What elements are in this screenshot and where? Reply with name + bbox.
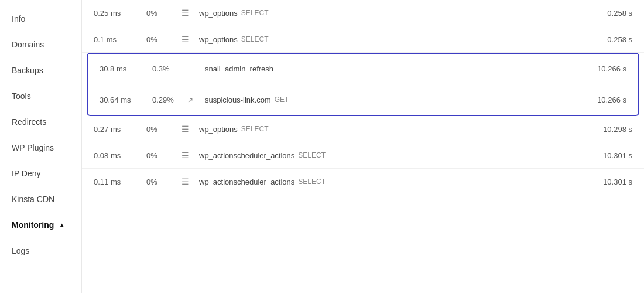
type-icon: ↗ xyxy=(187,95,205,104)
main-content: 0.25 ms 0% ☰ wp_options SELECT 0.258 s 0… xyxy=(82,0,644,293)
description-value: wp_options SELECT xyxy=(199,125,574,134)
description-value: suspicious-link.com GET xyxy=(205,96,568,104)
duration-value: 10.301 s xyxy=(574,151,632,160)
type-icon: ☰ xyxy=(181,8,199,18)
time-value: 0.08 ms xyxy=(94,151,146,160)
method-label: SELECT xyxy=(298,178,326,186)
description-value: snail_admin_refresh xyxy=(205,64,568,73)
time-value: 30.64 ms xyxy=(100,96,152,104)
duration-value: 10.301 s xyxy=(574,178,632,186)
sidebar-item-wp-plugins[interactable]: WP Plugins xyxy=(0,135,81,161)
duration-value: 0.258 s xyxy=(574,35,632,44)
description-text: wp_options xyxy=(199,9,238,18)
database-icon: ☰ xyxy=(181,177,189,186)
sidebar-item-logs[interactable]: Logs xyxy=(0,238,81,264)
method-label: SELECT xyxy=(298,151,326,159)
description-text: wp_options xyxy=(199,35,238,44)
type-icon: ☰ xyxy=(181,151,199,160)
type-icon: ☰ xyxy=(181,124,199,134)
percent-value: 0% xyxy=(146,178,181,186)
percent-value: 0% xyxy=(146,125,181,134)
duration-value: 0.258 s xyxy=(574,9,632,18)
table-row: 0.1 ms 0% ☰ wp_options SELECT 0.258 s xyxy=(82,26,644,53)
table-row: 30.64 ms 0.29% ↗ suspicious-link.com GET… xyxy=(88,84,638,115)
sidebar: InfoDomainsBackupsToolsRedirectsWP Plugi… xyxy=(0,0,82,293)
percent-value: 0% xyxy=(146,9,181,18)
table-row: 0.08 ms 0% ☰ wp_actionscheduler_actions … xyxy=(82,142,644,169)
method-label: SELECT xyxy=(241,35,269,43)
duration-value: 10.298 s xyxy=(574,125,632,134)
sidebar-item-monitoring[interactable]: Monitoring ▲ xyxy=(0,212,81,238)
time-value: 30.8 ms xyxy=(100,64,152,73)
sidebar-item-redirects[interactable]: Redirects xyxy=(0,109,81,135)
description-text: wp_actionscheduler_actions xyxy=(199,151,294,160)
description-value: wp_options SELECT xyxy=(199,35,574,44)
highlighted-group: 30.8 ms 0.3% snail_admin_refresh 10.266 … xyxy=(87,53,639,116)
method-label: GET xyxy=(275,96,289,104)
table-row: 30.8 ms 0.3% snail_admin_refresh 10.266 … xyxy=(88,54,638,84)
sidebar-item-ip-deny[interactable]: IP Deny xyxy=(0,161,81,186)
method-label: SELECT xyxy=(241,9,269,17)
description-value: wp_actionscheduler_actions SELECT xyxy=(199,151,574,160)
description-text: wp_actionscheduler_actions xyxy=(199,178,294,186)
sidebar-item-tools[interactable]: Tools xyxy=(0,83,81,109)
table-row: 0.11 ms 0% ☰ wp_actionscheduler_actions … xyxy=(82,169,644,195)
description-value: wp_options SELECT xyxy=(199,9,574,18)
time-value: 0.25 ms xyxy=(94,9,146,18)
sidebar-item-domains[interactable]: Domains xyxy=(0,32,81,57)
type-icon: ☰ xyxy=(181,177,199,186)
description-text: wp_options xyxy=(199,125,238,134)
percent-value: 0.29% xyxy=(152,96,187,104)
percent-value: 0.3% xyxy=(152,64,187,73)
arrow-icon: ▲ xyxy=(59,222,65,229)
percent-value: 0% xyxy=(146,151,181,160)
type-icon: ☰ xyxy=(181,35,199,44)
time-value: 0.1 ms xyxy=(94,35,146,44)
time-value: 0.27 ms xyxy=(94,125,146,134)
description-value: wp_actionscheduler_actions SELECT xyxy=(199,178,574,186)
database-icon: ☰ xyxy=(181,124,189,134)
description-text: snail_admin_refresh xyxy=(205,64,273,73)
method-label: SELECT xyxy=(241,125,269,133)
sidebar-item-info[interactable]: Info xyxy=(0,6,81,32)
database-icon: ☰ xyxy=(181,8,189,18)
table-row: 0.27 ms 0% ☰ wp_options SELECT 10.298 s xyxy=(82,116,644,142)
duration-value: 10.266 s xyxy=(568,64,626,73)
duration-value: 10.266 s xyxy=(568,96,626,104)
database-icon: ☰ xyxy=(181,35,189,44)
percent-value: 0% xyxy=(146,35,181,44)
external-link-icon: ↗ xyxy=(187,96,193,104)
database-icon: ☰ xyxy=(181,151,189,160)
sidebar-item-kinsta-cdn[interactable]: Kinsta CDN xyxy=(0,186,81,212)
sidebar-item-backups[interactable]: Backups xyxy=(0,57,81,83)
description-text: suspicious-link.com xyxy=(205,96,271,104)
time-value: 0.11 ms xyxy=(94,178,146,186)
table-row: 0.25 ms 0% ☰ wp_options SELECT 0.258 s xyxy=(82,0,644,26)
